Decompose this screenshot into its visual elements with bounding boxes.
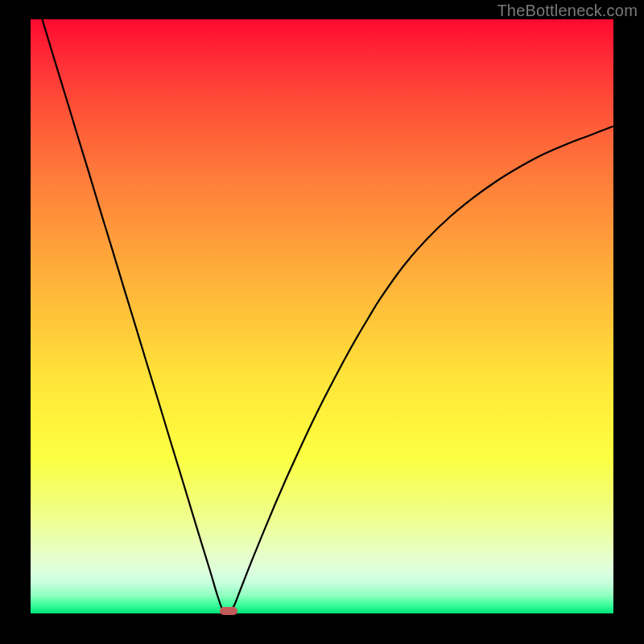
plot-area	[31, 19, 613, 613]
minimum-marker	[220, 607, 237, 615]
watermark-text: TheBottleneck.com	[497, 2, 638, 20]
bottleneck-curve	[31, 19, 613, 613]
chart-frame: TheBottleneck.com	[0, 0, 644, 644]
